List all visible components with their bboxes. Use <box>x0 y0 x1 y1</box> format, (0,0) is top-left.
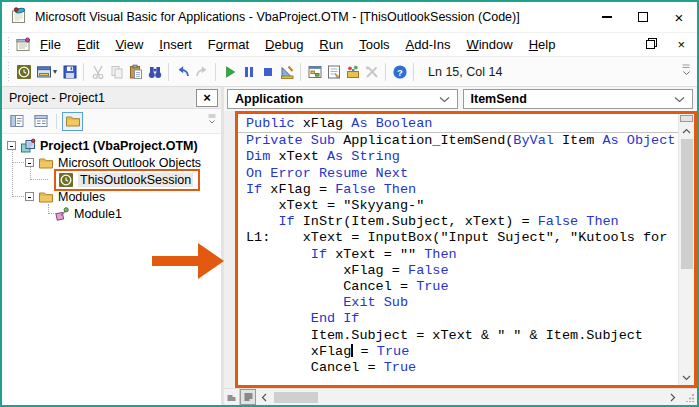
resize-grip[interactable] <box>681 389 697 405</box>
help-button[interactable]: ? <box>390 61 409 83</box>
copy-icon <box>109 64 125 80</box>
properties-window-icon <box>326 64 342 80</box>
design-mode-button[interactable] <box>277 61 296 83</box>
find-button[interactable] <box>145 61 164 83</box>
code-line: End If <box>246 311 678 327</box>
code-bottom-bar <box>224 388 697 405</box>
tree-label: Module1 <box>74 207 122 221</box>
tree-item-project1[interactable]: Project1 (VbaProject.OTM) <box>2 137 221 154</box>
toolbar-grip[interactable] <box>6 62 11 82</box>
menu-item-format[interactable]: Format <box>200 34 257 55</box>
close-icon: × <box>675 10 684 25</box>
event-dropdown[interactable]: ItemSend <box>463 89 694 109</box>
window-title: Microsoft Visual Basic for Applications … <box>35 10 520 24</box>
project-explorer-panel: Project - Project1 × <box>2 87 224 405</box>
code-window: Application ItemSend Public xFlag As Boo… <box>224 87 697 405</box>
project-explorer-button[interactable] <box>305 61 324 83</box>
collapse-icon[interactable] <box>25 158 34 167</box>
object-browser-button[interactable] <box>343 61 362 83</box>
folder-icon <box>38 155 54 171</box>
panel-options-icon[interactable] <box>207 112 217 130</box>
menu-item-debug[interactable]: Debug <box>257 34 311 55</box>
menu-item-tools[interactable]: Tools <box>351 34 397 55</box>
view-outlook-button[interactable] <box>14 61 33 83</box>
code-line: Private Sub Application_ItemSend(ByVal I… <box>246 133 678 149</box>
view-object-button[interactable] <box>30 112 51 131</box>
code-line: If InStr(Item.Subject, xText) = False Th… <box>246 214 678 230</box>
object-dropdown[interactable]: Application <box>227 89 458 109</box>
tree-item-module1[interactable]: Module1 <box>2 205 221 222</box>
procedure-view-button[interactable] <box>224 389 240 405</box>
tree-item-modules[interactable]: Modules <box>2 188 221 205</box>
reset-icon <box>260 64 276 80</box>
code-line: Public xFlag As Boolean <box>246 116 678 132</box>
titlebar: Microsoft Visual Basic for Applications … <box>2 2 697 32</box>
menubar-grip[interactable] <box>6 37 11 53</box>
code-line: If xText = "" Then <box>246 247 678 263</box>
scroll-left-icon[interactable] <box>256 389 272 405</box>
full-module-view-button[interactable] <box>240 389 256 405</box>
save-button[interactable] <box>60 61 79 83</box>
toolbar-separator <box>168 63 169 81</box>
close-button[interactable]: × <box>661 2 697 32</box>
insert-userform-button[interactable]: ▾ <box>33 61 60 83</box>
project-panel-close-button[interactable]: × <box>196 89 218 107</box>
reset-button[interactable] <box>258 61 277 83</box>
menu-item-run[interactable]: Run <box>311 34 351 55</box>
split-handle[interactable] <box>680 115 693 122</box>
chevron-down-icon <box>439 96 450 103</box>
project-panel-toolbar <box>2 109 221 134</box>
toolbar-separator <box>83 63 84 81</box>
code-editor[interactable]: Public xFlag As BooleanPrivate Sub Appli… <box>238 114 678 385</box>
copy-button[interactable] <box>107 61 126 83</box>
mdi-close-button[interactable]: × <box>677 38 685 51</box>
properties-window-button[interactable] <box>324 61 343 83</box>
vertical-scroll-thumb[interactable] <box>681 139 693 269</box>
vertical-scrollbar[interactable] <box>678 114 694 385</box>
dropdown-arrow-icon[interactable]: ▾ <box>53 67 57 76</box>
menu-item-help[interactable]: Help <box>521 34 564 55</box>
tree-label: ThisOutlookSession <box>78 173 193 187</box>
design-mode-icon <box>279 64 295 80</box>
scroll-up-icon[interactable] <box>679 124 694 138</box>
project-explorer-icon <box>307 64 323 80</box>
code-line: xText = "Skyyang-" <box>246 198 678 214</box>
menu-item-window[interactable]: Window <box>458 34 520 55</box>
menu-item-insert[interactable]: Insert <box>151 34 200 55</box>
toolbar-separator <box>413 63 414 81</box>
toolbox-button[interactable] <box>362 61 381 83</box>
toolbar-options-icon[interactable] <box>680 62 692 82</box>
redo-button[interactable] <box>192 61 211 83</box>
paste-button[interactable] <box>126 61 145 83</box>
outlook-session-icon <box>58 172 74 188</box>
view-code-button[interactable] <box>6 112 27 131</box>
horizontal-scrollbar[interactable] <box>256 389 681 405</box>
code-region: Public xFlag As BooleanPrivate Sub Appli… <box>224 111 697 388</box>
scroll-right-icon[interactable] <box>665 389 681 405</box>
folder-icon <box>65 113 81 129</box>
collapse-icon[interactable] <box>25 192 34 201</box>
run-button[interactable] <box>220 61 239 83</box>
collapse-icon[interactable] <box>7 141 16 150</box>
toggle-folders-button[interactable] <box>62 112 83 131</box>
svg-text:?: ? <box>397 66 403 77</box>
maximize-button[interactable] <box>625 2 661 32</box>
mdi-child-icon <box>13 34 32 56</box>
menu-item-addins[interactable]: Add-Ins <box>398 34 459 55</box>
break-button[interactable] <box>239 61 258 83</box>
scroll-down-icon[interactable] <box>679 371 694 385</box>
main-area: Project - Project1 × <box>2 87 697 405</box>
menu-item-view[interactable]: View <box>107 34 151 55</box>
minimize-button[interactable] <box>589 2 625 32</box>
insert-userform-icon <box>36 64 52 80</box>
cut-button[interactable] <box>88 61 107 83</box>
horizontal-scroll-thumb[interactable] <box>274 392 318 403</box>
margin-indicator-bar[interactable] <box>224 111 235 388</box>
menu-item-file[interactable]: File <box>32 34 69 55</box>
tree-item-thisoutlooksession[interactable]: ThisOutlookSession <box>2 171 221 188</box>
view-code-icon <box>9 113 25 129</box>
undo-button[interactable] <box>173 61 192 83</box>
menu-items: FileEditViewInsertFormatDebugRunToolsAdd… <box>32 34 563 55</box>
mdi-restore-button[interactable] <box>646 37 657 52</box>
menu-item-edit[interactable]: Edit <box>69 34 107 55</box>
